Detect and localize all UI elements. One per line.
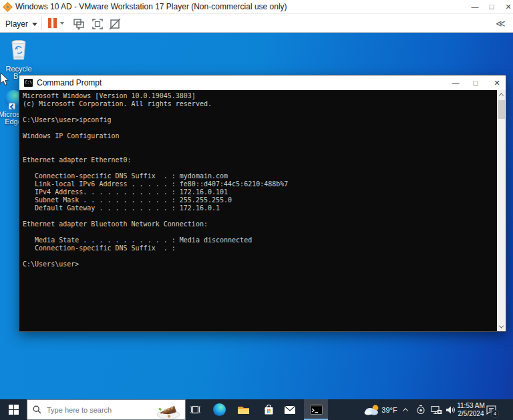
cmd-window-title: Command Prompt — [37, 78, 102, 87]
search-input[interactable] — [47, 406, 140, 414]
chevron-down-icon — [32, 23, 37, 26]
toolbar-divider — [41, 17, 42, 30]
chevron-up-icon — [403, 408, 408, 413]
volume-tray-button[interactable] — [444, 399, 458, 420]
shortcut-arrow-icon — [9, 103, 15, 110]
cmd-prompt-icon — [310, 404, 323, 415]
taskbar-search[interactable] — [27, 399, 186, 420]
taskbar-cmd-button[interactable] — [304, 399, 328, 420]
task-view-button[interactable] — [185, 399, 205, 420]
network-icon — [431, 405, 442, 415]
file-explorer-button[interactable] — [233, 399, 253, 420]
unity-mode-icon[interactable] — [108, 17, 122, 31]
chevron-down-icon — [60, 22, 64, 25]
microsoft-store-button[interactable] — [259, 399, 279, 420]
notification-badge: 4 — [491, 410, 499, 418]
tools-tray-button[interactable] — [415, 399, 427, 420]
network-tray-button[interactable] — [430, 399, 443, 420]
command-prompt-window: Command Prompt — □ ✕ Microsoft Windows [… — [19, 75, 506, 332]
cmd-scrollbar[interactable] — [497, 90, 506, 331]
cmd-terminal-area[interactable]: Microsoft Windows [Version 10.0.19045.38… — [19, 90, 506, 331]
collapse-toolbar-icon[interactable]: ≪ — [496, 18, 506, 29]
vmware-maximize-button[interactable]: □ — [482, 0, 501, 13]
temperature-label[interactable]: 39°F — [381, 399, 398, 420]
clock-button[interactable]: 11:53 AM 2/5/2024 — [457, 399, 485, 420]
weather-button[interactable] — [363, 399, 381, 420]
tray-expand-button[interactable] — [399, 399, 411, 420]
cmd-maximize-button[interactable]: □ — [466, 76, 486, 89]
pause-icon — [48, 18, 57, 28]
start-icon — [9, 405, 19, 415]
fullscreen-icon[interactable] — [91, 17, 104, 31]
player-menu-button[interactable]: Player — [5, 18, 37, 30]
vmware-window-title: Windows 10 AD - VMware Workstation 17 Pl… — [15, 2, 287, 11]
tools-tray-icon — [416, 405, 425, 415]
cmd-prompt-icon — [24, 79, 33, 87]
cmd-titlebar[interactable]: Command Prompt — □ ✕ — [19, 75, 506, 90]
search-icon — [33, 405, 41, 414]
cmd-minimize-button[interactable]: — — [446, 76, 466, 89]
action-center-button[interactable]: 4 — [482, 399, 500, 420]
suspend-vm-button[interactable] — [48, 18, 64, 28]
cmd-close-button[interactable]: ✕ — [487, 76, 507, 89]
vmware-toolbar: Player ≪ — [0, 15, 513, 33]
vm-guest-screen: Recycle Bin Microsoft Edge Command Promp… — [0, 33, 513, 420]
terminal-output[interactable]: Microsoft Windows [Version 10.0.19045.38… — [19, 90, 506, 268]
guest-taskbar: 39°F 11:53 AM 2/5/2024 — [0, 399, 513, 420]
scroll-up-icon[interactable] — [497, 90, 506, 99]
tray-date: 2/5/2024 — [458, 410, 484, 418]
start-button[interactable] — [0, 399, 27, 420]
vmware-close-button[interactable]: ✕ — [499, 0, 513, 13]
file-explorer-icon — [237, 405, 250, 415]
recycle-bin-icon — [7, 37, 30, 62]
vmware-logo-icon — [3, 2, 13, 12]
task-view-icon — [190, 405, 201, 415]
vmware-minimize-button[interactable]: — — [466, 0, 484, 13]
taskbar-edge-button[interactable] — [209, 399, 229, 420]
scroll-down-icon[interactable] — [497, 323, 506, 331]
mail-icon — [284, 405, 296, 415]
edge-icon — [213, 403, 226, 416]
volume-icon — [446, 405, 456, 415]
scrollbar-thumb[interactable] — [498, 100, 505, 119]
tray-time: 11:53 AM — [457, 402, 485, 410]
vmware-titlebar: Windows 10 AD - VMware Workstation 17 Pl… — [0, 0, 513, 14]
search-highlight-image[interactable] — [149, 401, 182, 420]
mail-button[interactable] — [280, 399, 300, 420]
weather-icon — [364, 404, 380, 415]
player-menu-label: Player — [5, 19, 28, 29]
cursor-icon — [0, 72, 9, 87]
ctrl-alt-del-icon[interactable] — [72, 17, 86, 31]
store-icon — [263, 404, 275, 415]
